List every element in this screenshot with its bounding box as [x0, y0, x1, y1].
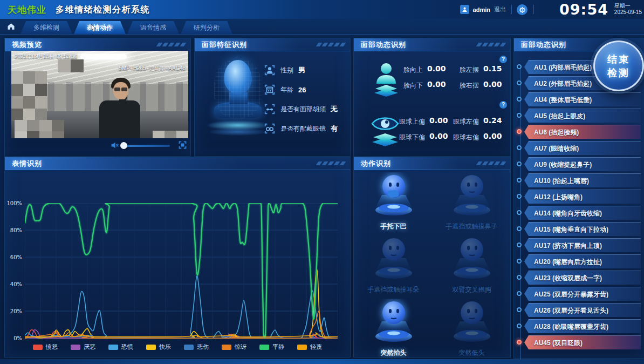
glasses-icon [264, 123, 276, 134]
au-item[interactable]: AU12 (上扬嘴角) [524, 190, 641, 204]
legend-label: 轻蔑 [310, 343, 322, 351]
au-item[interactable]: AU17 (挤动下唇向上顶) [524, 238, 641, 252]
legend-item[interactable]: 悲伤 [184, 343, 209, 351]
au-item[interactable]: AU20 (嘴唇向后方拉扯) [524, 254, 641, 268]
action-label: 手遮挡或触摸鼻子 [435, 222, 508, 231]
legend-swatch [33, 345, 43, 350]
home-icon[interactable] [4, 21, 17, 32]
metric-label: 眼球上偏 [399, 117, 425, 126]
user-box: admin 退出 [460, 0, 506, 19]
action-item[interactable]: 突然低头 [435, 299, 508, 361]
hologram-icon [446, 172, 498, 219]
top-header: 天地伟业 多维情绪检测分析系统 admin 退出 09:54 星期一 2025-… [0, 0, 644, 19]
footer-bar [0, 359, 644, 364]
au-indicator-dot [517, 64, 522, 69]
feature-row: 是否有配戴眼镜 有 [264, 123, 346, 134]
au-item[interactable]: AU5 (抬起上眼皮) [524, 109, 641, 123]
au-label: AU7 (眼睛收缩) [524, 145, 579, 152]
action-item[interactable]: 手遮挡或触摸鼻子 [435, 172, 508, 235]
action-label: 突然抬头 [357, 348, 430, 358]
help-icon[interactable]: ? [499, 56, 507, 63]
au-indicator-dot [517, 291, 522, 296]
tab-3[interactable]: 语音情感 [127, 21, 179, 34]
logout-button[interactable]: 退出 [494, 5, 506, 14]
au-connector-line [520, 66, 520, 364]
fullscreen-icon[interactable] [179, 141, 187, 149]
end-detection-button[interactable]: 结束 检测 [593, 41, 644, 91]
legend-item[interactable]: 轻蔑 [297, 343, 322, 351]
au-item[interactable]: AU9 (收缩提起鼻子) [524, 157, 641, 171]
au-indicator-dot [517, 178, 522, 183]
au-item[interactable]: AU45 (双目眨眼) [524, 335, 641, 349]
username-label: admin [473, 6, 490, 13]
action-item[interactable]: 手托下巴 [357, 172, 430, 235]
au-label: AU5 (抬起上眼皮) [524, 112, 585, 120]
legend-item[interactable]: 平静 [259, 343, 284, 351]
hologram-icon [446, 235, 498, 282]
action-item[interactable]: 突然抬头 [357, 299, 430, 361]
au-label: AU15 (嘴角垂直向下拉动) [524, 226, 608, 233]
y-tick: 40% [6, 281, 22, 287]
tab-1[interactable]: 多维检测 [20, 21, 72, 34]
legend-swatch [71, 345, 80, 350]
video-timestamp: 2025年09月15日 09:53:56 [15, 53, 77, 60]
legend-item[interactable]: 惊讶 [222, 343, 246, 351]
end-detection-line1: 结束 [607, 53, 630, 66]
gender-icon [264, 64, 276, 76]
au-item[interactable]: AU15 (嘴角垂直向下拉动) [524, 222, 641, 236]
gear-icon[interactable] [517, 4, 527, 15]
feature-label: 性别 [280, 66, 293, 75]
feature-label: 年龄 [280, 85, 293, 95]
help-icon[interactable]: ? [499, 101, 507, 109]
au-item[interactable]: AU14 (嘴角向牙齿收缩) [524, 206, 641, 220]
legend-item[interactable]: 愤怒 [33, 343, 58, 351]
y-tick: 100% [6, 200, 22, 206]
au-indicator-dot [517, 307, 522, 312]
video-light-fixture [80, 54, 127, 59]
y-tick: 0% [6, 335, 22, 341]
volume-slider-track[interactable] [122, 145, 170, 147]
metric-label: 眼球左偏 [453, 117, 479, 126]
feature-value: 有 [331, 124, 338, 133]
au-indicator-dot [517, 161, 522, 166]
legend-item[interactable]: 快乐 [146, 343, 171, 351]
feature-label: 是否有配戴眼镜 [280, 124, 326, 133]
tab-2[interactable]: 表情动作 [74, 21, 126, 34]
au-item[interactable]: AU28 (吮吸嘴唇覆盖牙齿) [524, 319, 641, 333]
legend-swatch [297, 345, 307, 350]
feature-row: 是否有面部胡须 无 [264, 103, 346, 115]
au-item[interactable]: AU7 (眼睛收缩) [524, 141, 641, 155]
metric-value: 0.00 [429, 116, 448, 125]
au-indicator-dot [517, 226, 522, 231]
muted-speaker-icon[interactable] [111, 141, 119, 149]
date-label: 2025-09-15 [614, 9, 642, 16]
chart-legend: 愤怒 厌恶 恐惧 快乐 悲伤 惊讶 平静 轻蔑 [5, 343, 350, 351]
legend-item[interactable]: 恐惧 [108, 343, 133, 351]
legend-label: 厌恶 [84, 343, 95, 351]
volume-slider-knob[interactable] [120, 142, 127, 149]
au-indicator-dot [517, 340, 522, 345]
tab-4[interactable]: 研判分析 [181, 21, 232, 34]
feature-row: 性别 男 [264, 64, 346, 76]
metric-label: 脸向下 [403, 81, 423, 90]
au-item[interactable]: AU4 (整体眉毛低垂) [524, 92, 641, 106]
legend-item[interactable]: 厌恶 [71, 343, 95, 351]
action-item[interactable]: 手遮挡或触摸耳朵 [357, 235, 430, 298]
metric-label: 眼球右偏 [453, 133, 479, 142]
au-item[interactable]: AU23 (收缩双唇成一字) [524, 271, 641, 285]
au-item[interactable]: AU6 (抬起脸颊) [524, 125, 641, 139]
header-chevrons-decoration [317, 43, 345, 46]
action-item[interactable]: 双臂交叉抱胸 [435, 235, 508, 298]
au-indicator-dot [517, 80, 522, 85]
au-item[interactable]: AU10 (抬起上嘴唇) [524, 173, 641, 187]
au-indicator-dot [517, 259, 522, 264]
au-item[interactable]: AU26 (双唇分开看见舌头) [524, 303, 641, 317]
au-label: AU2 (外部眉毛抬起) [524, 80, 592, 87]
video-player[interactable]: 2025年09月15日 09:53:56 5MP+H265+定码率+AAC48 [11, 51, 188, 138]
au-item[interactable]: AU25 (双唇分开暴露牙齿) [524, 287, 641, 301]
au-label: AU23 (收缩双唇成一字) [524, 274, 602, 282]
hologram-icon [446, 299, 498, 345]
header-chevrons-decoration [157, 43, 185, 46]
video-preview-panel: 视频预览 2025年09月15日 09:53:56 5MP+H265+定码率+A… [4, 38, 191, 157]
panel-header: 面部特征识别 [195, 38, 350, 51]
